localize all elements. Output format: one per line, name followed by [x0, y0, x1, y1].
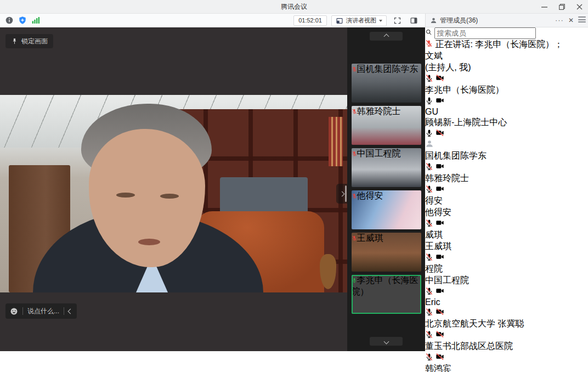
view-mode-label: 演讲者视图	[346, 17, 376, 24]
meeting-timer: 01:52:01	[293, 15, 327, 26]
member-name: 国机集团陈学东	[425, 150, 563, 162]
thumbnails-scroll-up-button[interactable]	[370, 32, 403, 41]
video-thumbnail[interactable]: 国机集团陈学东	[352, 64, 421, 103]
fullscreen-button[interactable]	[391, 15, 403, 26]
member-name: 李兆申（长海医院）	[425, 84, 563, 96]
member-row[interactable]: 李兆申（长海医院）	[425, 84, 563, 107]
meeting-info-icon[interactable]	[4, 16, 14, 25]
video-scrollbar[interactable]	[345, 185, 347, 202]
member-row[interactable]: 北京航空航天大学 张冀聪	[425, 318, 563, 341]
camera-on-icon[interactable]	[436, 252, 444, 261]
mic-muted-icon	[352, 193, 357, 199]
mic-muted-icon[interactable]	[425, 219, 433, 227]
camera-off-icon[interactable]	[436, 74, 444, 82]
member-row[interactable]: 国机集团陈学东	[425, 139, 563, 173]
emoji-icon[interactable]	[10, 307, 18, 315]
side-panel-toggle-button[interactable]	[408, 15, 420, 26]
person-icon	[430, 17, 437, 24]
member-row[interactable]: 得安 他得安	[425, 195, 563, 229]
video-books	[329, 117, 343, 166]
mic-muted-icon[interactable]	[425, 353, 433, 361]
camera-off-icon[interactable]	[436, 128, 444, 137]
video-thumbnail[interactable]: 韩雅玲院士	[352, 106, 421, 145]
member-row[interactable]: 文斌(主持人, 我)	[425, 50, 563, 84]
video-thumbnail[interactable]: 中国工程院	[352, 148, 421, 187]
avatar: 程院	[425, 263, 563, 275]
camera-on-icon[interactable]	[436, 184, 444, 193]
mic-muted-icon[interactable]	[425, 308, 433, 316]
window-controls	[535, 0, 588, 14]
camera-on-icon[interactable]	[436, 286, 444, 295]
video-thumbnail[interactable]: 他得安	[352, 190, 421, 229]
pin-view-button[interactable]: 锁定画面	[5, 34, 53, 48]
camera-off-icon[interactable]	[436, 307, 444, 316]
member-search-box[interactable]	[425, 27, 563, 39]
mic-muted-icon	[425, 40, 433, 47]
thumbnail-strip: 国机集团陈学东 韩雅玲院士 中国工程院 他得安 王威琪 李兆申（长海医院）	[347, 27, 425, 351]
thumbnails-scroll-down-button[interactable]	[370, 337, 403, 346]
member-row[interactable]: GU 顾锡新-上海院士中心	[425, 107, 563, 139]
member-panel: 正在讲话: 李兆申（长海医院）； 文斌(主持人, 我) 李兆申（长海医院）	[425, 27, 563, 351]
pin-view-label: 锁定画面	[21, 37, 48, 46]
camera-on-icon[interactable]	[436, 218, 444, 227]
member-panel-header: 管理成员(36) ··· ✕	[425, 14, 588, 27]
mic-idle-icon[interactable]	[425, 129, 433, 137]
search-icon	[425, 29, 432, 36]
panel-close-icon[interactable]: ✕	[568, 16, 574, 24]
quick-chat-bar[interactable]: 说点什么...	[5, 303, 77, 319]
restore-button[interactable]	[553, 0, 570, 14]
camera-off-icon[interactable]	[436, 330, 444, 339]
thumbnail-label: 王威琪	[357, 233, 383, 243]
avatar-initials: 程院	[425, 264, 443, 273]
member-row[interactable]: 程院 中国工程院	[425, 263, 563, 297]
member-row[interactable]: 韩鸿宾	[425, 363, 563, 372]
mic-muted-icon[interactable]	[425, 330, 433, 339]
video-thumbnail[interactable]: 王威琪	[352, 233, 421, 272]
mic-muted-icon	[352, 66, 357, 72]
member-role: (主持人, 我)	[425, 62, 563, 74]
mic-muted-icon[interactable]	[425, 287, 433, 295]
collapse-chat-icon[interactable]	[68, 308, 74, 314]
speaking-toast-text: 正在讲话: 李兆申（长海医院）；	[435, 40, 563, 49]
titlebar: 腾讯会议	[0, 0, 588, 14]
meeting-security-shield-icon[interactable]	[18, 16, 27, 25]
speaking-toast: 正在讲话: 李兆申（长海医院）；	[425, 39, 563, 50]
member-name: 董玉书北部战区总医院	[425, 341, 563, 352]
window-title: 腾讯会议	[281, 2, 307, 12]
thumbnail-label: 韩雅玲院士	[357, 106, 401, 116]
panel-more-icon[interactable]: ···	[555, 18, 564, 23]
camera-on-icon[interactable]	[436, 162, 444, 171]
view-mode-button[interactable]: 演讲者视图	[331, 15, 387, 26]
panel-menu-icon[interactable]	[578, 16, 586, 22]
member-name: 中国工程院	[425, 275, 563, 286]
member-row[interactable]: 韩雅玲院士	[425, 173, 563, 195]
minimize-button[interactable]	[535, 0, 553, 14]
member-row[interactable]: 威琪 王威琪	[425, 229, 563, 263]
quick-chat-placeholder[interactable]: 说点什么...	[27, 307, 59, 316]
avatar: 得安	[425, 195, 563, 207]
mic-muted-icon	[352, 109, 357, 114]
avatar-initials: GU	[425, 107, 438, 116]
avatar-initials: 得安	[425, 196, 443, 205]
member-name: Eric	[425, 297, 563, 307]
member-row[interactable]: 董玉书北部战区总医院	[425, 341, 563, 363]
mic-muted-icon[interactable]	[425, 162, 433, 171]
close-button[interactable]	[570, 0, 588, 14]
camera-off-icon[interactable]	[436, 352, 444, 361]
thumbnail-label: 李兆申（长海医院）	[352, 275, 419, 296]
mic-muted-icon	[352, 235, 357, 241]
network-signal-icon[interactable]	[31, 16, 40, 25]
video-thumbnail-active-speaker[interactable]: 李兆申（长海医院）	[352, 275, 421, 314]
member-search-input[interactable]	[434, 27, 536, 39]
camera-on-icon[interactable]	[436, 96, 444, 105]
mic-active-icon	[352, 278, 357, 283]
mic-muted-icon[interactable]	[425, 185, 433, 193]
member-row[interactable]: Eric	[425, 297, 563, 318]
mic-muted-icon[interactable]	[425, 253, 433, 261]
main-video-area: 锁定画面 说点什么...	[0, 27, 347, 351]
avatar	[425, 139, 563, 150]
avatar: 威琪	[425, 229, 563, 241]
mic-active-icon[interactable]	[425, 97, 433, 105]
main-video[interactable]	[0, 95, 347, 292]
mic-muted-icon[interactable]	[425, 74, 433, 82]
